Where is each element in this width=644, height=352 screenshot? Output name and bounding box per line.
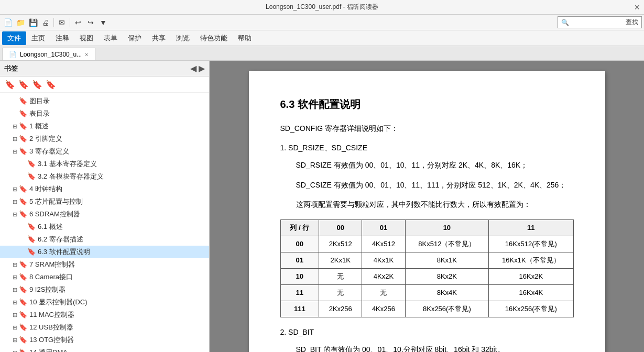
table-cell-row2-col1: 无 — [319, 268, 362, 284]
table-cell-row2-col3: 8Kx2K — [405, 268, 489, 284]
bookmark-icon-ch2: 🔖 — [19, 134, 27, 144]
toolbar-dropdown-icon[interactable]: ▼ — [97, 17, 109, 28]
tree-expand-ch14[interactable]: ⊞ — [10, 347, 19, 352]
tree-item-ch9[interactable]: ⊞ 🔖 9 I2S控制器 — [0, 283, 209, 296]
tree-item-ch5[interactable]: ⊞ 🔖 5 芯片配置与控制 — [0, 195, 209, 208]
toolbar-new-icon[interactable]: 📄 — [2, 17, 14, 28]
tree-item-ch10[interactable]: ⊞ 🔖 10 显示控制器(DC) — [0, 296, 209, 309]
tree-item-ch1[interactable]: ⊞ 🔖 1 概述 — [0, 120, 209, 133]
section-title: 6.3 软件配置说明 — [280, 97, 574, 112]
tree-item-toc-table[interactable]: 🔖 表目录 — [0, 107, 209, 120]
sidebar: 书签 ◀ ▶ 🔖 🔖 🔖 🔖 🔖 图目录 🔖 表目录 — [0, 61, 210, 352]
table-row: 11 无 无 8Kx4K 16Kx4K — [280, 284, 573, 301]
toolbar-open-icon[interactable]: 📁 — [15, 17, 26, 28]
menu-help[interactable]: 帮助 — [233, 31, 257, 45]
bookmark-icon-toc-fig: 🔖 — [19, 96, 27, 106]
menu-browse[interactable]: 浏览 — [171, 31, 195, 45]
tree-label-ch10: 10 显示控制器(DC) — [29, 297, 207, 307]
content-area[interactable]: 6.3 软件配置说明 SD_CONFIG 寄存器详细说明如下： 1. SD_RS… — [210, 61, 644, 352]
tree-item-ch2[interactable]: ⊞ 🔖 2 引脚定义 — [0, 133, 209, 145]
bookmark-tool-4-icon[interactable]: 🔖 — [45, 79, 57, 90]
bookmark-icon-ch5: 🔖 — [19, 196, 27, 207]
table-cell-row3-col0: 11 — [280, 284, 319, 301]
tree-item-ch11[interactable]: ⊞ 🔖 11 MAC控制器 — [0, 309, 209, 321]
bookmark-icon-ch13: 🔖 — [19, 335, 27, 345]
menu-view[interactable]: 视图 — [74, 31, 99, 45]
tree-label-ch1: 1 概述 — [29, 121, 207, 131]
tree-item-ch8[interactable]: ⊞ 🔖 8 Camera接口 — [0, 271, 209, 283]
tree-expand-ch8[interactable]: ⊞ — [10, 272, 19, 282]
tree-label-ch11: 11 MAC控制器 — [29, 310, 207, 320]
toolbar-undo-icon[interactable]: ↩ — [72, 17, 84, 28]
tree-item-ch6-3[interactable]: 🔖 6.3 软件配置说明 — [0, 246, 209, 258]
table-cell-row3-col1: 无 — [319, 284, 362, 301]
tree-item-ch13[interactable]: ⊞ 🔖 13 OTG控制器 — [0, 334, 209, 346]
item1-rsize: SD_RSIZE 有效值为 00、01、10、11，分别对应 2K、4K、8K、… — [280, 159, 574, 172]
tree-label-ch3-2: 3.2 各模块寄存器定义 — [38, 171, 207, 182]
bookmark-icon-ch14: 🔖 — [19, 347, 27, 352]
toolbar-redo-icon[interactable]: ↪ — [85, 17, 96, 28]
bookmark-icon-ch11: 🔖 — [19, 310, 27, 320]
menu-share[interactable]: 共享 — [147, 31, 171, 45]
search-label-top: 查找 — [626, 18, 638, 27]
toolbar-save-icon[interactable]: 💾 — [27, 17, 39, 28]
tree-item-ch3[interactable]: ⊟ 🔖 3 寄存器定义 — [0, 145, 209, 158]
menu-protect[interactable]: 保护 — [123, 31, 147, 45]
tree-expand-ch5[interactable]: ⊞ — [10, 196, 19, 207]
tree-expand-ch2[interactable]: ⊞ — [10, 134, 19, 144]
table-header-01: 01 — [362, 219, 405, 236]
toolbar-print-icon[interactable]: 🖨 — [40, 17, 51, 28]
close-icon[interactable]: × — [634, 2, 640, 13]
bookmark-icon-ch7: 🔖 — [19, 259, 27, 270]
item1-note: 这两项配置需要与颗粒对应，其中列数不能比行数大，所以有效配置为： — [280, 198, 574, 211]
tree-expand-ch3[interactable]: ⊟ — [10, 146, 19, 157]
bookmark-tool-3-icon[interactable]: 🔖 — [31, 79, 43, 90]
tree-label-ch13: 13 OTG控制器 — [29, 335, 207, 345]
tree-item-ch14[interactable]: ⊞ 🔖 14 通用DMA — [0, 346, 209, 352]
table-header-00: 00 — [319, 219, 362, 236]
table-cell-row0-col2: 4Kx512 — [362, 236, 405, 252]
table-cell-row2-col2: 4Kx2K — [362, 268, 405, 284]
table-cell-row1-col0: 01 — [280, 252, 319, 268]
tree-item-ch6-1[interactable]: 🔖 6.1 概述 — [0, 221, 209, 233]
tree-label-toc-fig: 图目录 — [29, 96, 207, 106]
tree-label-ch7: 7 SRAM控制器 — [29, 259, 207, 270]
menu-form[interactable]: 表单 — [99, 31, 123, 45]
tree-expand-ch10[interactable]: ⊞ — [10, 297, 19, 307]
tree-item-ch12[interactable]: ⊞ 🔖 12 USB控制器 — [0, 321, 209, 334]
tree-expand-ch4[interactable]: ⊞ — [10, 184, 19, 194]
toolbar-email-icon[interactable]: ✉ — [56, 17, 68, 28]
menu-home[interactable]: 主页 — [26, 31, 50, 45]
tree-label-ch5: 5 芯片配置与控制 — [29, 196, 207, 207]
tree-item-toc-fig[interactable]: 🔖 图目录 — [0, 95, 209, 107]
sidebar-toolbar: 🔖 🔖 🔖 🔖 — [0, 76, 209, 93]
tree-expand-ch6[interactable]: ⊟ — [10, 209, 19, 219]
bookmark-tool-2-icon[interactable]: 🔖 — [18, 79, 29, 90]
sidebar-prev-icon[interactable]: ◀ — [190, 63, 197, 73]
tree-expand-ch9[interactable]: ⊞ — [10, 284, 19, 295]
tree-expand-ch7[interactable]: ⊞ — [10, 259, 19, 270]
tree-expand-ch12[interactable]: ⊞ — [10, 322, 19, 333]
tree-item-ch6[interactable]: ⊟ 🔖 6 SDRAM控制器 — [0, 208, 209, 221]
tree-item-ch3-1[interactable]: 🔖 3.1 基本寄存器定义 — [0, 158, 209, 170]
menu-file[interactable]: 文件 — [2, 31, 26, 45]
tree-item-ch4[interactable]: ⊞ 🔖 4 时钟结构 — [0, 183, 209, 195]
bookmark-icon-ch6: 🔖 — [19, 209, 27, 219]
menu-features[interactable]: 特色功能 — [195, 31, 233, 45]
tree-item-ch7[interactable]: ⊞ 🔖 7 SRAM控制器 — [0, 258, 209, 271]
search-input-top[interactable] — [571, 19, 624, 26]
tab-close-icon[interactable]: × — [85, 51, 88, 58]
sidebar-next-icon[interactable]: ▶ — [199, 63, 205, 73]
bookmark-add-icon[interactable]: 🔖 — [4, 79, 16, 90]
table-cell-row0-col0: 00 — [280, 236, 319, 252]
menu-annotation[interactable]: 注释 — [50, 31, 74, 45]
tree-item-ch6-2[interactable]: 🔖 6.2 寄存器描述 — [0, 233, 209, 246]
tree-expand-ch13[interactable]: ⊞ — [10, 335, 19, 345]
tab-label: Loongson_1C300_u... — [20, 51, 82, 58]
tree-expand-ch1[interactable]: ⊞ — [10, 121, 19, 131]
tree-item-ch3-2[interactable]: 🔖 3.2 各模块寄存器定义 — [0, 170, 209, 183]
tree-label-ch6-1: 6.1 概述 — [38, 222, 207, 232]
bookmark-icon-ch6-1: 🔖 — [27, 222, 36, 232]
tree-expand-ch11[interactable]: ⊞ — [10, 310, 19, 320]
tab-main[interactable]: 📄 Loongson_1C300_u... × — [2, 48, 95, 60]
